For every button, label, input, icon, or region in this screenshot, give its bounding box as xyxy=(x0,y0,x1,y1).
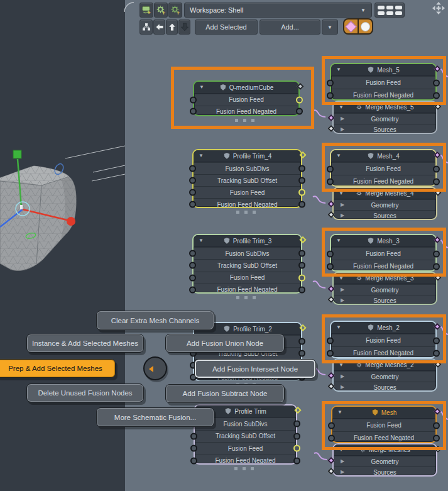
expand-right-icon[interactable]: ▶ xyxy=(341,213,344,218)
tree-view-button[interactable] xyxy=(139,19,153,35)
input-port[interactable] xyxy=(327,211,334,218)
input-port[interactable] xyxy=(190,445,197,452)
input-port[interactable] xyxy=(189,250,196,257)
item-display-toggle-group xyxy=(343,18,373,35)
add-gear-alt-button[interactable]: + xyxy=(168,3,182,18)
selection-highlight-box xyxy=(322,143,446,192)
expand-arrow-icon[interactable]: ▼ xyxy=(199,238,204,243)
row-label: Geometry xyxy=(371,373,399,380)
input-port[interactable] xyxy=(189,286,196,293)
workspace-dropdown[interactable]: Workspace: Shell ▼ xyxy=(184,3,372,18)
node-profile-trim-3[interactable]: ▼Profile Trim_3Fusion SubDivsTracking Su… xyxy=(192,234,302,294)
input-port[interactable] xyxy=(190,433,197,439)
mesh-shield-icon xyxy=(223,325,231,333)
delete-unused-fusion-nodes-button[interactable]: Delete Unused Fusion Nodes xyxy=(26,383,144,402)
node-profile-trim-4[interactable]: ▼Profile Trim_4Fusion SubDivsTracking Su… xyxy=(192,149,302,208)
input-port[interactable] xyxy=(189,262,196,269)
add-selected-button[interactable]: Add Selected xyxy=(195,19,258,35)
arrow-up-button[interactable] xyxy=(166,19,178,35)
input-port[interactable] xyxy=(189,274,196,281)
output-port[interactable] xyxy=(293,457,300,464)
node-header[interactable]: ▼Profile Trim_4 xyxy=(194,150,301,162)
output-port[interactable] xyxy=(293,433,300,439)
add-gear-button[interactable]: + xyxy=(154,3,168,18)
output-port[interactable] xyxy=(298,177,305,184)
expand-right-icon[interactable]: ▶ xyxy=(341,470,344,475)
row-label: Geometry xyxy=(371,202,399,209)
expand-arrow-icon[interactable]: ▼ xyxy=(199,153,204,158)
expand-right-icon[interactable]: ▶ xyxy=(341,385,344,390)
node-title-group: Profile Trim_3 xyxy=(194,237,301,245)
expand-right-icon[interactable]: ▶ xyxy=(341,298,344,303)
node-header[interactable]: ▼Profile Trim_3 xyxy=(194,235,301,247)
input-port[interactable] xyxy=(327,285,334,292)
add-label: Add... xyxy=(281,23,299,31)
row-label: Fusion SubDivs xyxy=(223,421,267,428)
item-circle-toggle[interactable] xyxy=(358,19,372,33)
axis-y-handle xyxy=(13,150,21,158)
expand-right-icon[interactable]: ▶ xyxy=(341,374,344,379)
row-label: Sources xyxy=(373,469,396,476)
output-port[interactable] xyxy=(298,250,305,257)
item-diamond-toggle[interactable] xyxy=(344,19,358,33)
output-port[interactable] xyxy=(298,165,305,172)
prep-add-selected-meshes-button[interactable]: Prep & Add Selected Meshes xyxy=(0,359,116,378)
expand-right-icon[interactable]: ▶ xyxy=(341,202,344,207)
input-port[interactable] xyxy=(327,457,334,464)
node-resize-dots[interactable] xyxy=(236,296,256,299)
input-port[interactable] xyxy=(189,177,196,184)
input-port[interactable] xyxy=(189,201,196,208)
output-port[interactable] xyxy=(298,262,305,269)
instance-add-selected-meshes-button[interactable]: Instance & Add Selected Meshes xyxy=(26,334,144,353)
menu-item-label: Add Fusion Intersect Node xyxy=(212,365,298,373)
clear-extra-mesh-channels-button[interactable]: Clear Extra Mesh Channels xyxy=(96,311,214,330)
node-resize-dots[interactable] xyxy=(236,211,256,214)
output-port[interactable] xyxy=(293,445,300,452)
node-row: ▶Sources xyxy=(334,382,436,392)
node-resize-dots[interactable] xyxy=(234,467,254,470)
node-merge-meshes-5[interactable]: ▼Merge Meshes_5▶Geometry▶Sources xyxy=(332,101,437,134)
expand-right-icon[interactable]: ▶ xyxy=(341,459,344,464)
input-port[interactable] xyxy=(327,468,334,475)
expand-right-icon[interactable]: ▶ xyxy=(341,127,344,132)
input-port[interactable] xyxy=(327,125,334,132)
input-port[interactable] xyxy=(190,457,197,464)
output-port[interactable] xyxy=(298,274,305,281)
pie-menu-hub[interactable] xyxy=(143,356,167,380)
mesh-shield-icon xyxy=(223,237,231,245)
expand-right-icon[interactable]: ▶ xyxy=(341,287,344,292)
row-label: Fusion Feed xyxy=(228,445,263,452)
add-fusion-subtract-node-button[interactable]: Add Fusion Subtract Node xyxy=(165,384,285,403)
input-port[interactable] xyxy=(189,165,196,172)
input-port[interactable] xyxy=(327,114,334,121)
output-port[interactable] xyxy=(298,350,305,357)
input-port[interactable] xyxy=(327,372,334,379)
input-port[interactable] xyxy=(189,189,196,196)
node-title: Profile Trim_2 xyxy=(233,326,272,333)
output-port[interactable] xyxy=(298,338,305,345)
add-button[interactable]: Add... xyxy=(260,19,320,35)
input-port[interactable] xyxy=(327,296,334,303)
add-fusion-intersect-node-button[interactable]: Add Fusion Intersect Node xyxy=(194,359,316,378)
add-node-button[interactable]: + xyxy=(139,3,153,18)
expand-right-icon[interactable]: ▶ xyxy=(341,116,344,121)
more-schematic-fusion-button[interactable]: More Schematic Fusion... xyxy=(96,407,214,427)
node-row: ▶Sources xyxy=(334,295,436,306)
input-port[interactable] xyxy=(327,201,334,207)
output-port[interactable] xyxy=(293,421,300,428)
output-port[interactable] xyxy=(298,189,305,196)
pan-view-icon[interactable] xyxy=(432,1,445,15)
node-row: ▶Sources xyxy=(334,466,436,477)
add-fusion-union-node-button[interactable]: Add Fusion Union Node xyxy=(165,334,285,353)
expand-arrow-icon[interactable]: ▼ xyxy=(339,105,344,110)
output-port[interactable] xyxy=(298,201,305,208)
add-dropdown-button[interactable]: ▼ xyxy=(322,19,338,35)
node-row: Tracking SubD Offset xyxy=(194,259,301,271)
row-label: Geometry xyxy=(371,116,399,123)
layout-grid-button[interactable] xyxy=(374,3,405,18)
arrow-down-button[interactable] xyxy=(178,19,190,35)
arrow-left-button[interactable] xyxy=(153,19,165,35)
mesh-shield-icon xyxy=(224,407,232,415)
output-port[interactable] xyxy=(298,286,305,293)
input-port[interactable] xyxy=(327,383,334,390)
